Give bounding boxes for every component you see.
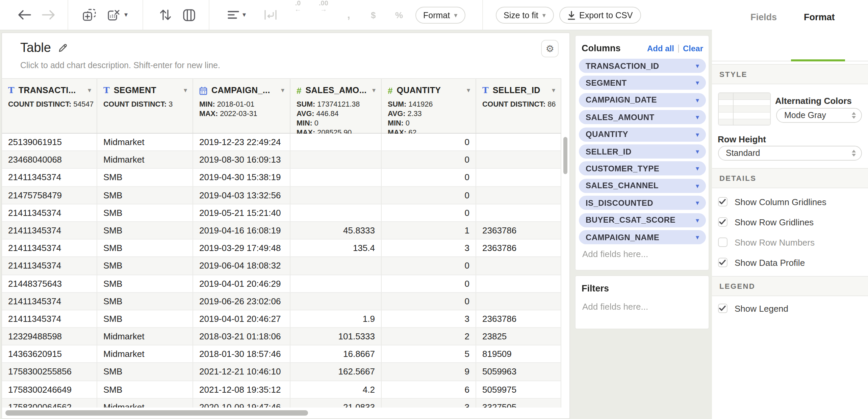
remove-chart-icon: [107, 8, 121, 22]
chevron-down-icon[interactable]: ▾: [696, 96, 699, 104]
column-label: CAMPAIGN_...: [211, 86, 270, 95]
table-cell: 2019-04-01 20:46:27: [193, 310, 290, 328]
field-pill-customer-type[interactable]: CUSTOMER_TYPE▾: [579, 162, 706, 176]
chevron-down-icon[interactable]: ▾: [696, 199, 699, 206]
text-type-icon: T: [482, 86, 489, 95]
edit-pencil-icon[interactable]: [58, 43, 69, 53]
chevron-down-icon[interactable]: ▾: [696, 216, 699, 224]
filters-add-fields-placeholder[interactable]: Add fields here...: [582, 301, 648, 311]
export-csv-button[interactable]: Export to CSV: [559, 7, 641, 24]
checkbox-show-column-gridlines[interactable]: Show Column Gridlines: [718, 197, 826, 206]
sort-caret-icon[interactable]: ▾: [467, 86, 470, 94]
tab-fields[interactable]: Fields: [750, 5, 777, 30]
columns-add-fields-placeholder[interactable]: Add fields here...: [582, 249, 648, 259]
column-stat: MIN: 0: [297, 118, 376, 128]
chevron-down-icon[interactable]: ▾: [242, 11, 246, 18]
table-cell: 162.5667: [290, 363, 382, 381]
checkbox-unchecked-icon[interactable]: [718, 238, 727, 247]
alternating-colors-label: Alternating Colors: [775, 95, 852, 106]
table-cell: 21475758479: [2, 187, 97, 204]
column-header-transacti[interactable]: TTRANSACTI...▾COUNT DISTINCT: 54547: [2, 79, 97, 133]
chevron-down-icon[interactable]: ▾: [696, 233, 699, 241]
field-pill-sales-amount[interactable]: SALES_AMOUNT▾: [579, 110, 706, 124]
chart-settings-button[interactable]: ⚙: [541, 40, 559, 57]
table-cell: 2019-04-16 16:08:19: [193, 222, 290, 240]
chevron-down-icon[interactable]: ▾: [696, 182, 699, 190]
checkbox-checked-icon[interactable]: [718, 217, 727, 227]
checkbox-checked-icon[interactable]: [718, 258, 727, 267]
checkbox-checked-icon[interactable]: [718, 304, 727, 313]
field-pill-label: IS_DISCOUNTED: [586, 198, 696, 207]
duplicate-chart-button[interactable]: [82, 0, 97, 30]
increase-decimal-button: .00→: [319, 0, 328, 30]
column-stat: MIN: 2018-01-01: [199, 99, 284, 109]
manage-columns-button[interactable]: [182, 0, 196, 30]
table-cell: 21411345374: [2, 292, 97, 310]
column-label: QUANTITY: [397, 86, 441, 95]
chevron-down-icon[interactable]: ▾: [696, 113, 699, 121]
text-type-icon: T: [8, 86, 15, 95]
column-header-sales-amo[interactable]: #SALES_AMO...▾SUM: 17374121.38AVG: 446.8…: [290, 79, 382, 133]
field-pill-quantity[interactable]: QUANTITY▾: [579, 127, 706, 141]
table-row: 21411345374SMB2019-06-04 18:08:320: [2, 257, 561, 275]
chevron-down-icon[interactable]: ▾: [124, 11, 128, 18]
chart-title[interactable]: Table: [20, 40, 51, 55]
field-pill-campaign-date[interactable]: CAMPAIGN_DATE▾: [579, 93, 706, 107]
table-cell: [290, 134, 382, 151]
table-row: 21411345374SMB2019-03-29 17:49:48135.432…: [2, 240, 561, 257]
back-button[interactable]: [17, 0, 32, 30]
table-cell: 5: [382, 346, 476, 363]
chevron-down-icon[interactable]: ▾: [696, 148, 699, 155]
checkbox-show-data-profile[interactable]: Show Data Profile: [718, 258, 805, 267]
add-all-link[interactable]: Add all: [647, 44, 674, 53]
field-pill-seller-id[interactable]: SELLER_ID▾: [579, 144, 706, 159]
link-divider: [678, 45, 679, 53]
chevron-down-icon[interactable]: ▾: [696, 165, 699, 172]
column-header-seller-id[interactable]: TSELLER_ID▾COUNT DISTINCT: 86: [476, 79, 561, 133]
field-pill-segment[interactable]: SEGMENT▾: [579, 76, 706, 90]
checkbox-show-row-numbers[interactable]: Show Row Numbers: [718, 238, 815, 247]
table-style-thumbnail[interactable]: [718, 92, 770, 125]
table-cell: SMB: [97, 381, 193, 398]
align-button[interactable]: ▾: [228, 0, 246, 30]
field-pill-transaction-id[interactable]: TRANSACTION_ID▾: [579, 59, 706, 73]
format-dropdown-button[interactable]: Format ▾: [415, 7, 465, 24]
table-cell: SMB: [97, 363, 193, 381]
column-header-campaign[interactable]: CAMPAIGN_...▾MIN: 2018-01-01MAX: 2022-03…: [193, 79, 290, 133]
size-to-fit-dropdown[interactable]: Size to fit ▾: [495, 7, 554, 24]
table-cell: SMB: [97, 310, 193, 328]
delete-chart-button[interactable]: ▾: [107, 0, 128, 30]
chevron-down-icon[interactable]: ▾: [696, 79, 699, 87]
sort-caret-icon[interactable]: ▾: [88, 86, 91, 94]
checkbox-show-legend[interactable]: Show Legend: [718, 304, 788, 313]
horizontal-scrollbar[interactable]: [5, 410, 308, 415]
table-cell: SMB: [97, 240, 193, 257]
number-type-icon: #: [297, 86, 301, 95]
field-pill-sales-channel[interactable]: SALES_CHANNEL▾: [579, 179, 706, 193]
tab-format[interactable]: Format: [804, 5, 835, 30]
checkbox-show-row-gridlines[interactable]: Show Row Gridlines: [718, 217, 814, 227]
chart-description-placeholder[interactable]: Click to add chart description. Shift-en…: [20, 61, 220, 70]
field-pill-buyer-csat-score[interactable]: BUYER_CSAT_SCORE▾: [579, 213, 706, 227]
sort-caret-icon[interactable]: ▾: [552, 86, 555, 94]
checkbox-checked-icon[interactable]: [718, 197, 727, 206]
sort-caret-icon[interactable]: ▾: [372, 86, 376, 94]
vertical-scrollbar[interactable]: [563, 137, 567, 174]
chevron-down-icon: ▾: [454, 12, 457, 19]
row-height-select[interactable]: Standard: [718, 146, 862, 161]
column-header-segment[interactable]: TSEGMENT▾COUNT DISTINCT: 3: [97, 79, 193, 133]
field-pill-is-discounted[interactable]: IS_DISCOUNTED▾: [579, 196, 706, 210]
table-row: 21448375643SMB2019-04-01 20:46:290: [2, 275, 561, 292]
clear-link[interactable]: Clear: [683, 44, 703, 53]
sort-caret-icon[interactable]: ▾: [281, 86, 284, 94]
table-row: 21411345374SMB2019-05-21 15:21:400: [2, 204, 561, 222]
chevron-down-icon[interactable]: ▾: [696, 131, 699, 138]
column-header-quantity[interactable]: #QUANTITY▾SUM: 141926AVG: 2.33MIN: 0MAX:…: [382, 79, 476, 133]
chevron-down-icon[interactable]: ▾: [696, 62, 699, 69]
sort-caret-icon[interactable]: ▾: [184, 86, 187, 94]
sort-button[interactable]: [159, 0, 172, 30]
table-cell: [476, 169, 561, 187]
field-pill-campaign-name[interactable]: CAMPAIGN_NAME▾: [579, 230, 706, 244]
table-cell: 21411345374: [2, 204, 97, 222]
alternating-colors-select[interactable]: Mode Gray: [776, 108, 862, 123]
